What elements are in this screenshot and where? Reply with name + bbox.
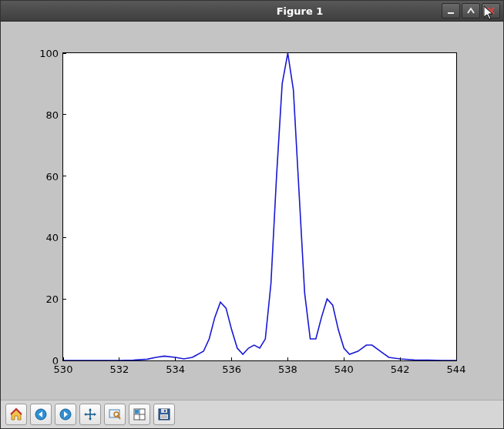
back-button[interactable] [30,404,52,425]
x-tick-label: 544 [447,364,466,375]
minimize-button[interactable] [442,3,460,18]
x-tick-label: 540 [334,364,354,375]
svg-rect-15 [164,410,166,412]
titlebar: Figure 1 [1,1,503,22]
subplots-button[interactable] [129,404,150,425]
matplotlib-toolbar [1,400,503,428]
home-icon [9,407,23,421]
x-tick-label: 532 [109,364,129,375]
x-tick-label: 534 [166,364,185,375]
home-button[interactable] [5,404,27,425]
maximize-icon [466,6,475,15]
x-tick-label: 530 [54,364,73,375]
minimize-icon [446,6,455,15]
arrow-left-icon [34,407,48,421]
y-tick-label: 80 [45,109,59,120]
series-line [63,53,456,360]
plot-area: 020406080100530532534536538540542544 [1,22,503,400]
figure-canvas[interactable]: 020406080100530532534536538540542544 [8,29,496,392]
axes: 020406080100530532534536538540542544 [62,52,457,361]
zoom-rect-icon [108,407,122,421]
forward-button[interactable] [55,404,76,425]
pan-button[interactable] [79,404,101,425]
line-plot [63,53,456,360]
move-icon [83,407,97,421]
svg-rect-12 [135,410,139,414]
y-tick-label: 40 [45,232,59,243]
close-icon [486,6,496,15]
y-tick-label: 60 [45,170,59,182]
x-tick-label: 538 [278,364,297,375]
figure-window: Figure 1 0204060 [0,0,504,429]
window-controls [442,3,500,18]
y-tick-label: 100 [39,48,59,59]
maximize-button[interactable] [462,3,480,18]
y-tick-label: 20 [45,293,59,305]
svg-rect-16 [160,414,168,419]
x-tick-label: 536 [222,364,241,375]
window-title: Figure 1 [158,5,442,17]
zoom-button[interactable] [104,404,126,425]
close-button[interactable] [482,3,500,18]
arrow-right-icon [59,407,72,421]
subplots-icon [133,407,146,421]
save-button[interactable] [153,404,175,425]
save-icon [157,407,171,421]
x-tick-label: 542 [391,364,410,375]
